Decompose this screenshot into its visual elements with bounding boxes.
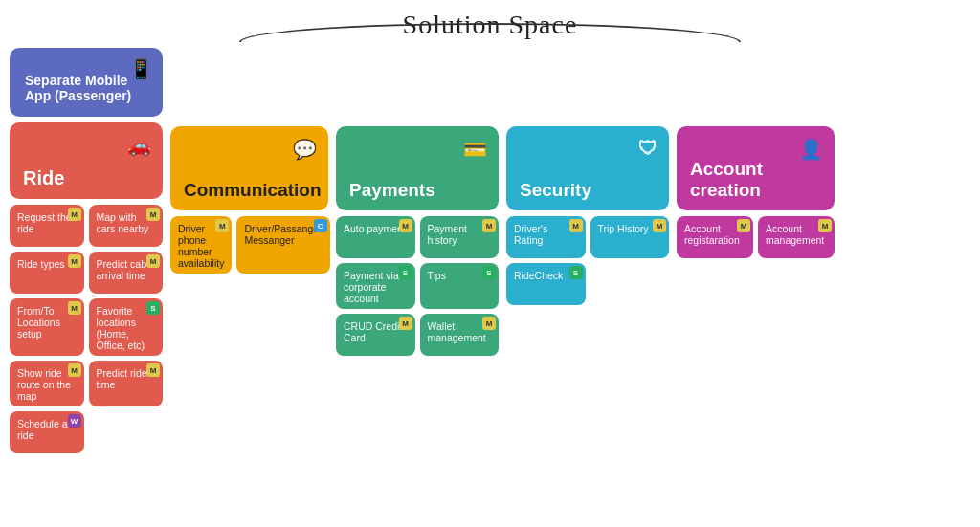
- badge-m: M: [482, 219, 496, 232]
- comm-icon: 💬: [293, 138, 317, 161]
- badge-m: M: [68, 363, 81, 377]
- card-favorite-locations: S Favorite locations (Home, Office, etc): [89, 298, 164, 356]
- category-ride: 🚗 Ride: [10, 122, 163, 199]
- badge-m: M: [146, 363, 160, 377]
- badge-m: M: [653, 219, 666, 232]
- ride-label: Ride: [23, 167, 64, 189]
- payments-icon: 💳: [463, 138, 487, 161]
- card-drivers-rating: M Driver's Rating: [506, 216, 586, 258]
- card-map-cars: M Map with cars nearby: [89, 205, 164, 247]
- security-label: Security: [520, 180, 591, 201]
- badge-m: M: [68, 254, 81, 268]
- comm-label: Communication: [184, 180, 322, 201]
- card-schedule-ride: W Schedule a ride: [10, 411, 84, 453]
- payments-label: Payments: [349, 180, 435, 201]
- card-trip-history: M Trip History: [590, 216, 670, 258]
- account-label: Account creation: [690, 159, 821, 201]
- badge-s: S: [146, 301, 160, 315]
- badge-m: M: [215, 219, 229, 232]
- ride-cards: M Request the ride M Map with cars nearb…: [10, 205, 163, 453]
- card-from-to: M From/To Locations setup: [10, 298, 84, 356]
- card-show-route: M Show ride route on the map: [10, 361, 84, 406]
- page-title-area: Solution Space: [0, 0, 980, 44]
- mobile-icon: 📱: [129, 57, 153, 80]
- badge-s: S: [569, 266, 583, 279]
- badge-m: M: [399, 317, 412, 330]
- badge-m: M: [737, 219, 750, 232]
- account-cards: M Account registaration M Account manage…: [677, 216, 835, 258]
- badge-m: M: [146, 254, 160, 268]
- card-driver-messanger: C Driver/Passanger Messanger: [236, 216, 329, 274]
- card-predict-arrival: M Predict cab arrival time: [89, 252, 164, 294]
- badge-s: S: [482, 266, 496, 279]
- category-account: 👤 Account creation: [677, 126, 835, 210]
- security-cards: M Driver's Rating M Trip History S RideC…: [506, 216, 669, 305]
- badge-m: M: [68, 208, 81, 221]
- card-account-registration: M Account registaration: [677, 216, 753, 258]
- badge-m: M: [399, 219, 412, 232]
- card-payment-history: M Payment history: [420, 216, 500, 258]
- category-communication: 💬 Communication: [170, 126, 328, 210]
- comm-cards: M Driver phone number availability C Dri…: [170, 216, 328, 274]
- security-icon: 🛡: [638, 138, 657, 160]
- ride-icon: 🚗: [127, 134, 151, 157]
- mobile-app-block: 📱 Separate Mobile App (Passenger): [10, 48, 163, 117]
- account-icon: 👤: [799, 138, 823, 161]
- page-title: Solution Space: [403, 0, 578, 39]
- card-corporate-payment: S Payment via corporate account: [336, 263, 415, 309]
- card-ride-types: M Ride types: [10, 252, 84, 294]
- badge-s: S: [399, 266, 412, 279]
- card-predict-time: M Predict ride time: [89, 361, 164, 406]
- category-payments: 💳 Payments: [336, 126, 499, 210]
- card-ridecheck: S RideCheck: [506, 263, 586, 305]
- card-driver-phone: M Driver phone number availability: [170, 216, 232, 274]
- badge-m: M: [482, 317, 496, 330]
- card-tips: S Tips: [420, 263, 500, 309]
- category-security: 🛡 Security: [506, 126, 669, 210]
- badge-c: C: [314, 219, 327, 232]
- card-crud-credit: M CRUD Credit Card: [336, 314, 415, 356]
- card-auto-payment: M Auto payment: [336, 216, 415, 258]
- card-wallet: M Wallet management: [420, 314, 500, 356]
- payments-cards: M Auto payment M Payment history S Payme…: [336, 216, 499, 356]
- badge-m: M: [146, 208, 160, 221]
- badge-m: M: [68, 301, 81, 315]
- badge-m: M: [818, 219, 832, 232]
- card-request-ride: M Request the ride: [10, 205, 84, 247]
- badge-m: M: [569, 219, 583, 232]
- card-account-management: M Account management: [758, 216, 835, 258]
- badge-w: W: [68, 414, 81, 428]
